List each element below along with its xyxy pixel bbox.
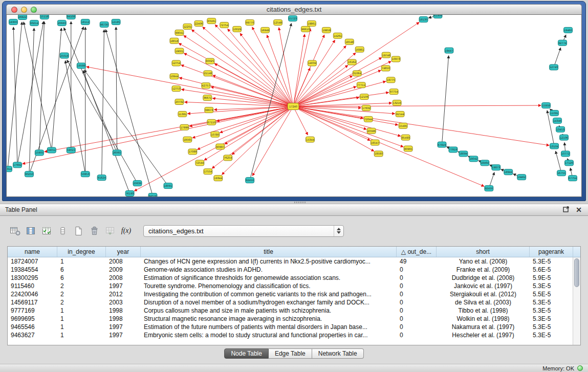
graph-node[interactable]: 85493 [401,135,410,140]
graph-node[interactable]: 50853 [81,171,90,177]
table-row[interactable]: 1872400712008Changes of HCN gene express… [8,257,580,266]
graph-node[interactable]: 90250 [25,171,33,177]
graph-node[interactable]: 19598 [77,63,85,69]
graph-node[interactable]: 21148 [204,71,212,76]
graph-node[interactable]: 19746 [382,52,390,58]
graph-node[interactable]: 77711 [357,82,365,88]
graph-node[interactable]: 18944 [504,169,513,175]
graph-node[interactable]: 18091 [164,183,172,189]
graph-node[interactable]: 76193 [125,191,134,196]
float-panel-icon[interactable] [563,205,570,214]
panel-splitter[interactable] [0,201,588,204]
graph-node[interactable]: 15344 [306,137,314,142]
graph-edge[interactable] [215,25,293,106]
graph-edge[interactable] [8,22,22,169]
tab-node-table[interactable]: Node Table [224,348,269,359]
graph-node[interactable]: 12743 [550,64,558,70]
graph-node[interactable]: 76254 [224,155,232,161]
table-row[interactable]: 911546021997Tourette syndrome. Phenomeno… [8,282,580,290]
minimize-window-button[interactable] [21,7,27,13]
graph-node[interactable]: 95314 [7,166,12,172]
graph-node[interactable]: 91544 [396,111,404,117]
graph-node[interactable]: 18580 [374,151,383,157]
graph-node[interactable]: 16755 [557,170,566,176]
graph-edge[interactable] [293,106,549,145]
graph-edge[interactable] [279,28,293,106]
graph-node[interactable]: 80965 [404,146,412,151]
graph-edge[interactable] [228,29,293,106]
graph-node[interactable]: 12106 [360,94,368,100]
graph-edge[interactable] [293,53,356,106]
graph-node[interactable]: 12185 [112,19,120,25]
graph-edge[interactable] [222,106,293,174]
graph-node[interactable]: 19873 [492,165,500,170]
graph-node[interactable]: 16981 [355,47,364,52]
graph-edge[interactable] [83,71,129,193]
graph-node[interactable]: 17554 [204,169,212,174]
table-row[interactable]: 1456911722003Disruption of a novel membe… [8,298,580,307]
graph-edge[interactable] [293,40,335,106]
graph-node[interactable]: 18130 [419,16,428,22]
table-scrollbar[interactable] [573,257,580,345]
graph-node[interactable]: 13104 [550,143,559,149]
graph-node[interactable]: 67754 [569,176,577,181]
graph-edge[interactable] [23,106,293,164]
graph-node[interactable]: 14261 [333,33,342,38]
graph-edge[interactable] [116,27,117,153]
column-header-short[interactable]: short [437,247,530,257]
graph-edge[interactable] [293,106,398,125]
graph-edge[interactable] [105,29,153,196]
graph-node[interactable]: 97754 [389,89,398,95]
row-selection-button[interactable] [39,224,55,238]
graph-node[interactable]: 17240 [288,103,299,110]
graph-node[interactable]: 19460 [564,27,573,33]
table-row[interactable]: 969969511998Structural magnetic resonanc… [8,315,580,323]
graph-node[interactable]: 99041 [175,30,184,35]
graph-node[interactable]: 12106 [560,135,569,140]
graph-edge[interactable] [293,106,371,141]
graph-edge[interactable] [102,30,104,178]
graph-node[interactable]: 18018 [170,38,179,43]
table-row[interactable]: 1938455462009Genome-wide association stu… [8,266,580,274]
graph-node[interactable]: 92450 [246,178,254,183]
graph-node[interactable]: 99770 [246,19,254,25]
graph-node[interactable]: 96610 [301,26,310,32]
graph-node[interactable]: 10944 [170,74,179,79]
network-canvas[interactable]: 1830026922932141511820663941081811296730… [6,14,582,197]
table-row[interactable]: 2242004622012Investigating the contribut… [8,290,580,298]
graph-node[interactable]: 72544 [195,160,204,166]
graph-edge[interactable] [232,106,293,155]
graph-node[interactable]: 17999 [180,124,189,130]
graph-node[interactable]: 19447 [445,48,453,53]
graph-node[interactable]: 67919 [438,142,446,147]
graph-node[interactable]: 18112 [81,19,90,25]
graph-edge[interactable] [84,70,168,186]
graph-edge[interactable] [293,105,541,106]
network-graph[interactable]: 1830026922932141511820663941081811296730… [7,15,581,196]
zoom-window-button[interactable] [31,7,37,13]
graph-node[interactable]: 20663 [57,20,66,26]
graph-edge[interactable] [13,27,17,165]
graph-node[interactable]: 31064 [353,71,361,76]
table-selector-dropdown[interactable]: citations_edges.txt [143,225,344,237]
graph-node[interactable]: 20586 [367,128,376,134]
window-titlebar[interactable]: citations_edges.txt [6,4,582,14]
graph-edge[interactable] [184,53,293,106]
graph-edge[interactable] [252,106,293,176]
graph-edge[interactable] [67,60,138,183]
new-table-button[interactable] [71,224,86,238]
graph-edge[interactable] [213,75,293,106]
graph-node[interactable]: 12201 [183,24,192,29]
graph-node[interactable]: 26922 [18,15,27,19]
graph-node[interactable]: 38673 [205,107,213,113]
column-header-in_degree[interactable]: in_degree [57,247,106,257]
graph-node[interactable]: 14034 [308,60,316,66]
graph-node[interactable]: 15495 [399,123,407,128]
graph-node[interactable]: 12753 [172,86,181,92]
graph-node[interactable]: 90997 [216,144,225,149]
graph-edge[interactable] [293,70,381,106]
graph-edge[interactable] [52,28,61,150]
graph-edge[interactable] [293,76,353,106]
graph-node[interactable]: 15118 [40,15,49,19]
graph-node[interactable]: 77919 [449,147,458,152]
